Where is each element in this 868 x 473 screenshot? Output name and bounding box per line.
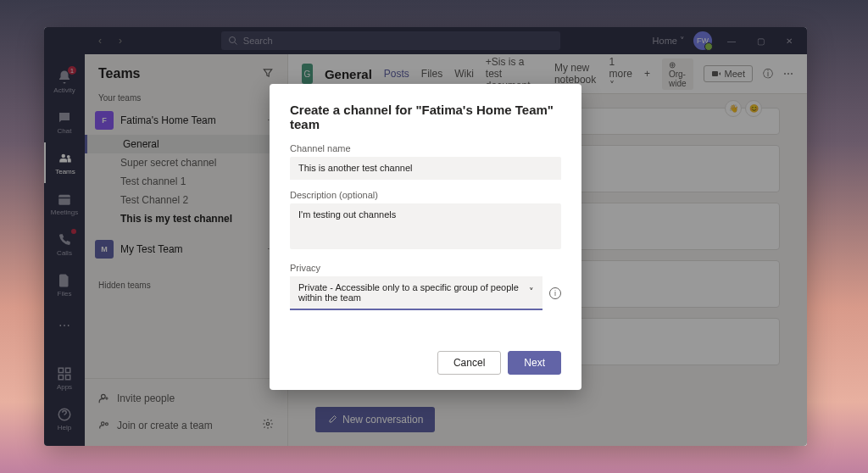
description-input[interactable] xyxy=(290,203,561,249)
privacy-label: Privacy xyxy=(290,263,561,273)
privacy-select[interactable]: Private - Accessible only to a specific … xyxy=(290,276,542,310)
next-button[interactable]: Next xyxy=(508,351,561,375)
modal-title: Create a channel for "Fatima's Home Team… xyxy=(290,103,561,131)
cancel-button[interactable]: Cancel xyxy=(437,351,501,375)
info-icon[interactable]: i xyxy=(549,287,561,299)
channel-name-input[interactable] xyxy=(290,157,561,180)
create-channel-modal: Create a channel for "Fatima's Home Team… xyxy=(270,84,581,390)
chevron-down-icon: ˅ xyxy=(529,287,534,298)
description-label: Description (optional) xyxy=(290,190,561,200)
app-window: Activity 1 Chat Teams Meetings Calls Fil… xyxy=(44,27,807,446)
channel-name-label: Channel name xyxy=(290,143,561,153)
modal-overlay: Create a channel for "Fatima's Home Team… xyxy=(44,27,807,446)
